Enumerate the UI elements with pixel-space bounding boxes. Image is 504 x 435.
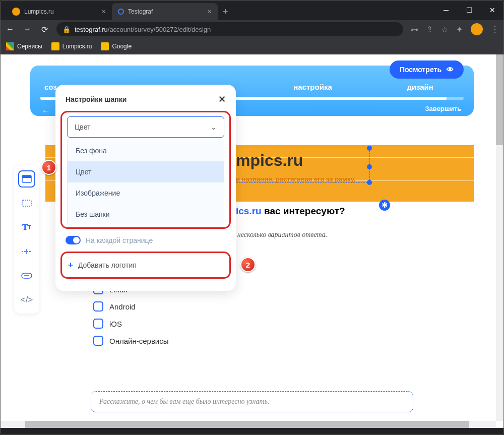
option-item[interactable]: iOS (93, 319, 169, 329)
add-logo-button[interactable]: + Добавить логотип (60, 252, 231, 279)
divider-tool-icon[interactable] (18, 243, 35, 260)
browser-titlebar: Lumpics.ru × Testograf × + ─ ☐ ✕ (0, 0, 504, 20)
required-star-icon[interactable]: ✱ (379, 200, 390, 211)
body-tool-icon[interactable] (18, 195, 35, 212)
option-item[interactable]: Онлайн-сервисы (93, 336, 169, 346)
new-tab-button[interactable]: + (218, 3, 233, 20)
dropdown-option-nobg[interactable]: Без фона (68, 140, 224, 161)
close-icon[interactable]: ✕ (218, 94, 226, 105)
button-tool-icon[interactable] (18, 267, 35, 284)
header-tool-icon[interactable] (18, 170, 35, 188)
back-arrow-icon[interactable]: ← (41, 106, 50, 116)
tab-title: Testograf (128, 8, 153, 15)
minimize-button[interactable]: ─ (434, 0, 458, 20)
question-title[interactable]: ics.ru вас интересуют? (236, 206, 345, 217)
tab-title: Lumpics.ru (24, 8, 54, 15)
step-settings[interactable]: настройка (259, 83, 366, 91)
bookmark-lumpics[interactable]: Lumpics.ru (51, 42, 92, 50)
extensions-icon[interactable]: ✦ (456, 25, 463, 34)
apps-icon (6, 42, 14, 50)
header-type-select[interactable]: Цвет ⌄ (67, 116, 224, 138)
close-icon[interactable]: × (208, 8, 212, 16)
preview-button[interactable]: Посмотреть 👁 (390, 60, 464, 79)
profile-avatar[interactable] (471, 23, 483, 35)
menu-icon[interactable]: ⋮ (491, 25, 499, 34)
header-settings-panel: Настройки шапки ✕ Цвет ⌄ Без фона Цвет И… (55, 85, 236, 291)
annotation-badge-1: 1 (41, 160, 56, 175)
horizontal-scrollbar[interactable] (0, 421, 496, 428)
chevron-down-icon: ⌄ (211, 123, 217, 131)
lock-icon: 🔒 (62, 26, 71, 33)
forward-icon[interactable]: → (22, 25, 32, 34)
dropdown-option-color[interactable]: Цвет (68, 161, 224, 182)
maximize-button[interactable]: ☐ (458, 0, 481, 20)
bookmark-services[interactable]: Сервисы (6, 42, 42, 50)
favicon-icon (118, 9, 124, 15)
step-design[interactable]: дизайн (366, 83, 474, 91)
free-text-input[interactable]: Расскажите, о чем бы вам еще было интере… (91, 391, 413, 412)
checkbox[interactable] (93, 336, 103, 346)
header-type-dropdown: Без фона Цвет Изображение Без шапки (67, 140, 224, 225)
close-icon[interactable]: × (102, 8, 106, 16)
key-icon[interactable]: ⊶ (410, 25, 418, 34)
folder-icon (101, 42, 109, 50)
back-icon[interactable]: ← (5, 25, 15, 34)
browser-tab-lumpics[interactable]: Lumpics.ru × (6, 3, 112, 20)
svg-rect-2 (22, 200, 31, 206)
url-input[interactable]: 🔒 testograf.ru/account/survey/500272/edi… (56, 22, 403, 36)
checkbox[interactable] (93, 319, 103, 329)
url-path: /account/survey/500272/edit/design (108, 26, 211, 33)
svg-rect-1 (22, 175, 31, 178)
bookmarks-bar: Сервисы Lumpics.ru Google (0, 38, 504, 54)
eye-icon: 👁 (447, 66, 454, 74)
finish-link[interactable]: Завершить (425, 105, 461, 112)
star-icon[interactable]: ☆ (441, 25, 448, 34)
share-icon[interactable]: ⇪ (426, 25, 433, 34)
dropdown-option-image[interactable]: Изображение (68, 182, 224, 204)
selection-box[interactable] (234, 148, 370, 183)
bookmark-google[interactable]: Google (101, 42, 132, 50)
close-window-button[interactable]: ✕ (481, 0, 504, 20)
favicon-icon (12, 8, 20, 16)
toggle-label: На каждой странице (86, 236, 153, 244)
address-bar: ← → ⟳ 🔒 testograf.ru/account/survey/5002… (0, 20, 504, 38)
plus-icon: + (68, 260, 73, 270)
url-domain: testograf.ru (75, 26, 108, 33)
folder-icon (51, 42, 59, 50)
annotation-highlight-1: Цвет ⌄ Без фона Цвет Изображение Без шап… (60, 111, 231, 229)
every-page-toggle-row: На каждой странице (55, 229, 236, 247)
browser-tab-testograf[interactable]: Testograf × (112, 3, 218, 20)
dropdown-option-noheader[interactable]: Без шапки (68, 204, 224, 225)
design-toolbar: TT </> (14, 165, 39, 314)
page-content: Посмотреть 👁 соз x настройка дизайн ← За… (0, 54, 504, 428)
vertical-scrollbar[interactable] (496, 54, 503, 421)
checkbox[interactable] (93, 301, 103, 312)
toggle-switch[interactable] (66, 236, 81, 244)
code-tool-icon[interactable]: </> (18, 291, 35, 308)
annotation-badge-2: 2 (240, 257, 256, 272)
reload-icon[interactable]: ⟳ (39, 25, 49, 34)
panel-title: Настройки шапки (66, 95, 127, 103)
option-item[interactable]: Android (93, 301, 169, 312)
